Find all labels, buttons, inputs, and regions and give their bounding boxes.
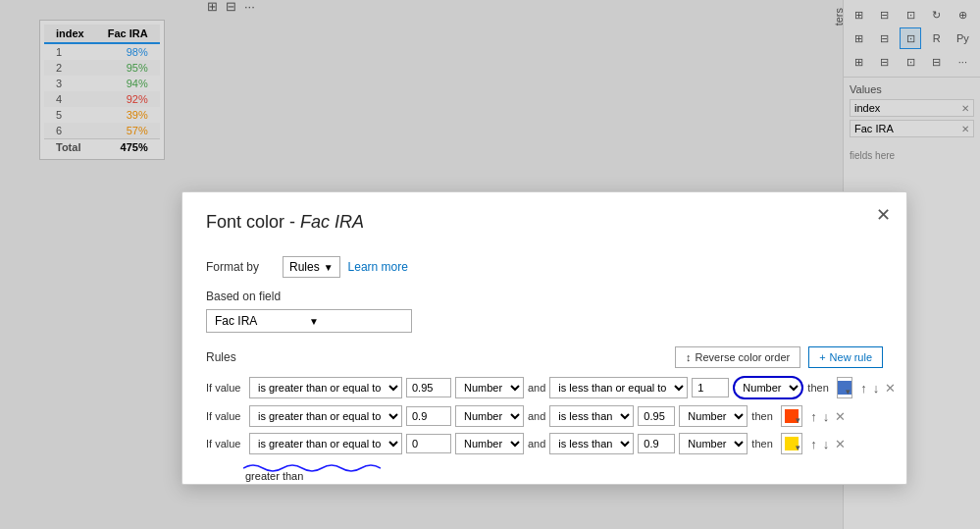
rule2-and-label: and bbox=[528, 410, 545, 422]
rule2-move-up[interactable]: ↑ bbox=[808, 410, 819, 423]
rule2-move-down[interactable]: ↓ bbox=[821, 410, 832, 423]
greater-than-annotation: greater than bbox=[245, 470, 303, 482]
rule2-number2-select[interactable]: Number bbox=[679, 405, 748, 427]
rule3-number1-select[interactable]: Number bbox=[455, 433, 524, 454]
rule1-if-label: If value bbox=[206, 382, 245, 394]
rule2-then-label: then bbox=[751, 410, 777, 422]
rules-list: If value is greater than or equal to Num… bbox=[206, 376, 883, 454]
based-on-label: Based on field bbox=[206, 290, 883, 303]
rule3-actions: ↑ ↓ ✕ bbox=[808, 438, 848, 450]
rule1-number1-select[interactable]: Number bbox=[455, 377, 524, 398]
rule2-actions: ↑ ↓ ✕ bbox=[808, 410, 848, 423]
sort-icon: ↕ bbox=[686, 351, 692, 363]
rule3-input1[interactable] bbox=[406, 434, 451, 453]
rules-actions: ↕ Reverse color order + New rule bbox=[675, 346, 883, 368]
rule3-if-label: If value bbox=[206, 438, 245, 450]
learn-more-link[interactable]: Learn more bbox=[348, 260, 408, 274]
rule1-swatch-dropdown[interactable]: ▾ bbox=[846, 387, 851, 397]
reverse-color-order-button[interactable]: ↕ Reverse color order bbox=[675, 346, 800, 368]
rule2-condition1-select[interactable]: is greater than or equal to bbox=[249, 405, 402, 427]
rule1-then-label: then bbox=[807, 382, 833, 394]
rules-header: Rules ↕ Reverse color order + New rule bbox=[206, 346, 883, 368]
rule3-swatch-dropdown[interactable]: ▾ bbox=[796, 443, 800, 452]
rules-label: Rules bbox=[206, 350, 236, 364]
rule1-input1[interactable] bbox=[406, 378, 451, 397]
rule2-condition2-select[interactable]: is less than bbox=[549, 405, 634, 427]
rule1-delete[interactable]: ✕ bbox=[883, 382, 898, 395]
rule3-number2-select[interactable]: Number bbox=[679, 433, 748, 454]
rule2-color-swatch[interactable]: ▾ bbox=[781, 405, 802, 427]
rule3-then-label: then bbox=[751, 438, 777, 450]
rule1-move-down[interactable]: ↓ bbox=[871, 382, 882, 395]
rule3-move-down[interactable]: ↓ bbox=[821, 438, 832, 450]
rule1-number2-select[interactable]: Number bbox=[733, 376, 803, 399]
rule2-number1-select[interactable]: Number bbox=[455, 405, 524, 427]
modal-title: Font color - Fac IRA bbox=[206, 212, 883, 240]
rule-row-1: If value is greater than or equal to Num… bbox=[206, 376, 883, 399]
rule1-input2[interactable] bbox=[692, 378, 729, 397]
rule1-condition2-select[interactable]: is less than or equal to bbox=[549, 377, 688, 398]
format-by-label: Format by bbox=[206, 260, 275, 274]
format-by-select[interactable]: Rules ▼ bbox=[283, 256, 340, 278]
rule3-condition1-select[interactable]: is greater than or equal to bbox=[249, 433, 402, 454]
font-color-modal: ✕ Font color - Fac IRA Format by Rules ▼… bbox=[181, 191, 907, 485]
rule3-input2[interactable] bbox=[638, 434, 675, 453]
rule1-condition1-select[interactable]: is greater than or equal to bbox=[249, 377, 402, 398]
rule1-move-up[interactable]: ↑ bbox=[858, 382, 869, 395]
plus-icon: + bbox=[819, 351, 825, 363]
format-by-row: Format by Rules ▼ Learn more bbox=[206, 256, 883, 278]
new-rule-button[interactable]: + New rule bbox=[808, 346, 883, 368]
rule3-move-up[interactable]: ↑ bbox=[808, 438, 819, 450]
rule-row-2: If value is greater than or equal to Num… bbox=[206, 405, 883, 427]
rule2-input2[interactable] bbox=[638, 406, 675, 426]
rule1-actions: ↑ ↓ ✕ bbox=[858, 382, 898, 395]
rule3-delete[interactable]: ✕ bbox=[833, 438, 848, 450]
rule1-color-swatch[interactable]: ▾ bbox=[837, 377, 852, 398]
rule1-and-label: and bbox=[528, 382, 545, 394]
rule2-if-label: If value bbox=[206, 410, 245, 422]
rule2-delete[interactable]: ✕ bbox=[833, 410, 848, 423]
rule2-swatch-dropdown[interactable]: ▾ bbox=[796, 415, 800, 425]
based-on-field-select[interactable]: Fac IRA ▼ bbox=[206, 309, 412, 333]
modal-close-button[interactable]: ✕ bbox=[876, 206, 891, 224]
rule3-and-label: and bbox=[528, 438, 545, 450]
rule3-condition2-select[interactable]: is less than bbox=[549, 433, 634, 454]
rule2-input1[interactable] bbox=[406, 406, 451, 426]
rule-row-3: If value is greater than or equal to Num… bbox=[206, 433, 883, 454]
rule3-color-swatch[interactable]: ▾ bbox=[781, 433, 802, 454]
